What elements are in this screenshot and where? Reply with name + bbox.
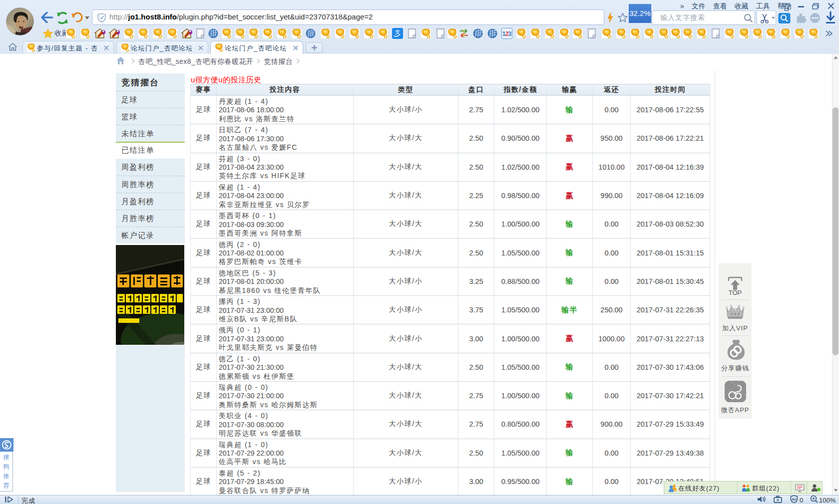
svg-text:AD: AD bbox=[792, 498, 797, 501]
